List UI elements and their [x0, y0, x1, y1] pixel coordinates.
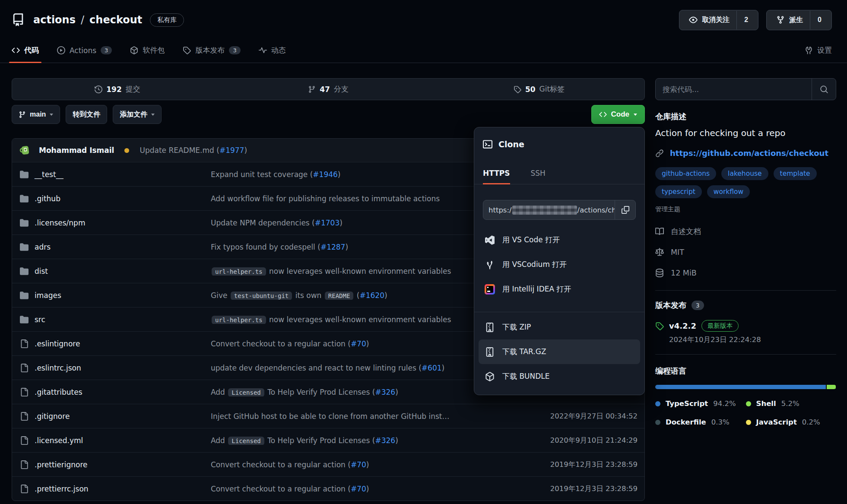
author-avatar[interactable] [19, 144, 31, 156]
release-date: 2024年10月23日 22:24:28 [669, 335, 836, 345]
issue-link[interactable]: #1620 [359, 291, 384, 300]
clone-url-input[interactable]: https:/ /actions/ch [483, 200, 615, 219]
issue-link[interactable]: #1287 [320, 243, 346, 251]
code-button[interactable]: Code [591, 105, 645, 124]
message-text: To Help Verify Prod Licenses ( [265, 388, 375, 396]
add-file-button[interactable]: 添加文件 [113, 105, 162, 124]
file-name-.licenses/npm[interactable]: .licenses/npm [20, 219, 211, 227]
file-name-dist[interactable]: dist [20, 267, 211, 276]
tab-软件包[interactable]: 软件包 [130, 38, 165, 63]
file-name-adrs[interactable]: adrs [20, 243, 211, 251]
issue-link[interactable]: #70 [351, 339, 366, 348]
issue-link[interactable]: #1703 [315, 219, 340, 227]
release-version-link[interactable]: v4.2.2 [669, 321, 696, 330]
tab-代码[interactable]: 代码 [12, 38, 39, 63]
stat-Git标签[interactable]: 50Git标签 [434, 79, 644, 100]
file-name-.licensed.yml[interactable]: .licensed.yml [20, 436, 211, 445]
menu-item-zip[interactable]: 下载 TAR.GZ [479, 339, 640, 364]
file-name-images[interactable]: images [20, 291, 211, 300]
stat-分支[interactable]: 47分支 [223, 79, 434, 100]
unwatch-button[interactable]: 取消关注 2 [679, 10, 758, 30]
manage-topics-link[interactable]: 管理主题 [655, 205, 836, 213]
file-name-__test__[interactable]: __test__ [20, 170, 211, 179]
commit-author[interactable]: Mohammad Ismail [39, 146, 114, 155]
menu-item-zip[interactable]: 下载 ZIP [479, 315, 640, 339]
meta-law[interactable]: MIT [655, 242, 836, 263]
file-name-.github[interactable]: .github [20, 194, 211, 203]
copy-url-button[interactable] [615, 200, 635, 219]
repo-name-link[interactable]: checkout [89, 14, 142, 26]
file-name-src[interactable]: src [20, 315, 211, 324]
issue-link[interactable]: #70 [351, 485, 366, 493]
message-text: Convert checkout to a regular action ( [211, 485, 351, 493]
tab-Actions[interactable]: Actions3 [57, 38, 112, 63]
issue-link[interactable]: #601 [422, 364, 442, 372]
file-name-.eslintignore[interactable]: .eslintignore [20, 339, 211, 348]
issue-link[interactable]: #70 [351, 460, 366, 469]
message-text: Convert checkout to a regular action ( [211, 339, 351, 348]
lang-name: Shell [756, 399, 776, 408]
search-input[interactable] [656, 79, 812, 100]
clone-header: Clone [483, 138, 644, 151]
message-text: Fix typos found by codespell ( [211, 243, 320, 251]
tab-动态[interactable]: 动态 [259, 38, 286, 63]
commit-message[interactable]: Add Licensed To Help Verify Prod License… [211, 436, 544, 445]
clone-tab-https[interactable]: HTTPS [483, 162, 510, 184]
watchers-count[interactable]: 2 [736, 11, 755, 29]
topic-lakehouse[interactable]: lakehouse [721, 167, 768, 180]
releases-heading[interactable]: 版本发布 [655, 300, 686, 311]
file-toolbar: main 转到文件 添加文件 Code [12, 105, 645, 124]
message-text: now leverages well-known environment var… [267, 315, 451, 324]
repo-book-icon [12, 13, 25, 26]
file-name-.prettierrc.json[interactable]: .prettierrc.json [20, 485, 211, 493]
topic-workflow[interactable]: workflow [707, 185, 750, 198]
clone-tab-ssh[interactable]: SSH [531, 162, 546, 184]
file-name-.prettierignore[interactable]: .prettierignore [20, 460, 211, 469]
forks-count[interactable]: 0 [810, 11, 829, 29]
tab-settings[interactable]: 设置 [805, 45, 832, 55]
menu-item-vscode[interactable]: 用 VS Code 打开 [479, 228, 640, 252]
menu-item-intellij[interactable]: 用 Intellij IDEA 打开 [479, 277, 640, 301]
stat-提交[interactable]: 192提交 [12, 79, 223, 100]
issue-link[interactable]: #1946 [313, 170, 338, 179]
file-name-.eslintrc.json[interactable]: .eslintrc.json [20, 364, 211, 372]
issue-link[interactable]: #326 [375, 388, 395, 396]
issue-link[interactable]: #326 [375, 436, 395, 445]
search-button[interactable] [812, 79, 836, 100]
meta-book[interactable]: 自述文档 [655, 221, 836, 242]
tab-label: 代码 [24, 45, 39, 55]
description-heading: 仓库描述 [655, 111, 836, 122]
tab-版本发布[interactable]: 版本发布3 [183, 38, 240, 63]
topic-github-actions[interactable]: github-actions [655, 167, 716, 180]
message-text: Give [211, 291, 230, 300]
menu-item-vscodium[interactable]: 用 VSCodium 打开 [479, 252, 640, 277]
commit-message[interactable]: Convert checkout to a regular action (#7… [211, 460, 544, 469]
language-Dockerfile[interactable]: Dockerfile0.3% [655, 418, 746, 426]
commit-message[interactable]: Inject GitHub host to be able to clone f… [211, 412, 544, 421]
menu-item-package[interactable]: 下载 BUNDLE [479, 364, 640, 389]
lang-seg-Shell [827, 385, 836, 389]
commit-status-dot[interactable] [124, 148, 129, 153]
language-TypeScript[interactable]: TypeScript94.2% [655, 399, 746, 408]
topic-template[interactable]: template [774, 167, 817, 180]
file-name-.gitattributes[interactable]: .gitattributes [20, 388, 211, 396]
repo-book-icon [12, 13, 25, 26]
clone-title: Clone [498, 139, 524, 149]
topic-typescript[interactable]: typescript [655, 185, 702, 198]
file-name-.gitignore[interactable]: .gitignore [20, 412, 211, 421]
fork-button[interactable]: 派生 0 [766, 10, 832, 30]
tab-label: 软件包 [143, 45, 165, 55]
branch-selector[interactable]: main [12, 105, 60, 124]
goto-file-button[interactable]: 转到文件 [66, 105, 107, 124]
breadcrumb-separator: / [81, 14, 84, 26]
language-JavaScript[interactable]: JavaScript0.2% [746, 418, 837, 426]
history-icon [95, 86, 102, 93]
commit-message[interactable]: Convert checkout to a regular action (#7… [211, 485, 544, 493]
meta-database[interactable]: 12 MiB [655, 263, 836, 283]
issue-link[interactable]: #1977 [219, 146, 244, 155]
open-with-menu: 用 VS Code 打开用 VSCodium 打开用 Intellij IDEA… [474, 228, 644, 301]
sidebar: 仓库描述 Action for checking out a repo http… [655, 78, 836, 426]
website-link[interactable]: https://github.com/actions/checkout [670, 149, 828, 158]
repo-owner-link[interactable]: actions [33, 14, 76, 26]
language-Shell[interactable]: Shell5.2% [746, 399, 837, 408]
